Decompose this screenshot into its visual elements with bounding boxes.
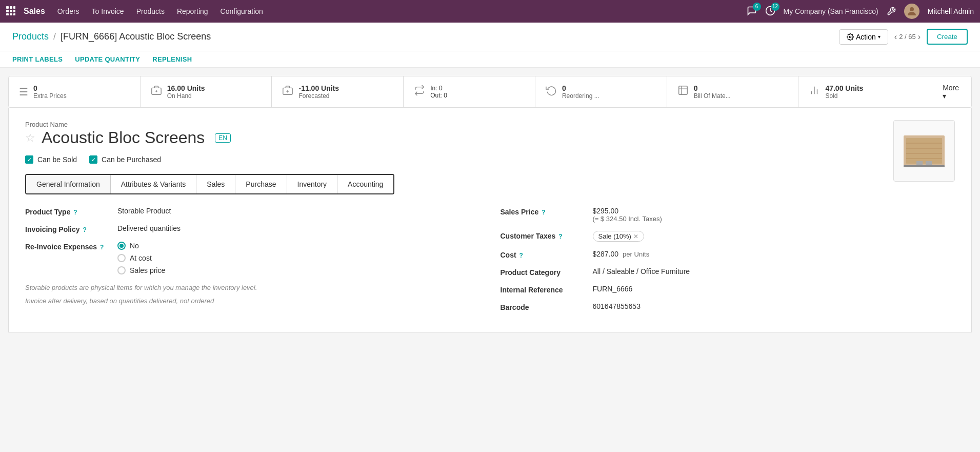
sales-price-help[interactable]: ?: [542, 209, 545, 216]
product-type-help[interactable]: ?: [73, 209, 77, 216]
description-text-2: Invoice after delivery, based on quantit…: [25, 296, 480, 306]
sold-text: 47.00 Units Sold: [825, 84, 863, 100]
tab-sales[interactable]: Sales: [196, 175, 235, 193]
svg-rect-4: [10, 10, 12, 12]
tabs-container: General Information Attributes & Variant…: [25, 174, 394, 194]
breadcrumb-bar: Products / [FURN_6666] Acoustic Bloc Scr…: [0, 23, 980, 51]
stat-on-hand[interactable]: 16.00 Units On Hand: [141, 76, 272, 107]
tax-badge[interactable]: Sale (10%) ✕: [593, 231, 644, 242]
svg-rect-0: [6, 6, 9, 9]
update-quantity-link[interactable]: UPDATE QUANTITY: [75, 55, 140, 63]
replenish-link[interactable]: REPLENISH: [152, 55, 192, 63]
on-hand-icon: [151, 85, 162, 99]
forecasted-label: Forecasted: [298, 92, 339, 100]
user-avatar[interactable]: [904, 4, 919, 19]
reinvoice-at-cost[interactable]: At cost: [117, 254, 165, 262]
cost-help[interactable]: ?: [519, 252, 523, 259]
product-image-container: [893, 120, 955, 182]
language-badge[interactable]: EN: [215, 133, 231, 143]
reinvoice-no[interactable]: No: [117, 242, 165, 250]
stat-reordering[interactable]: 0 Reordering ...: [535, 76, 667, 107]
invoicing-policy-label: Invoicing Policy ?: [25, 224, 117, 233]
cost-value[interactable]: $287.00: [593, 250, 619, 258]
sales-price-value[interactable]: $295.00: [593, 207, 662, 215]
reinvoice-at-cost-label: At cost: [130, 254, 152, 262]
top-right-section: 6 12 My Company (San Francisco) Mitchell…: [747, 4, 974, 19]
invoicing-policy-value[interactable]: Delivered quantities: [117, 224, 181, 232]
barcode-label: Barcode: [501, 302, 593, 311]
action-links: PRINT LABELS UPDATE QUANTITY REPLENISH: [0, 51, 980, 68]
tab-attributes[interactable]: Attributes & Variants: [111, 175, 197, 193]
forecasted-value: -11.00 Units: [298, 84, 339, 92]
activity-icon[interactable]: 12: [765, 6, 775, 17]
print-labels-link[interactable]: PRINT LABELS: [12, 55, 63, 63]
tab-purchase[interactable]: Purchase: [235, 175, 287, 193]
out-value: Out: 0: [430, 92, 447, 99]
form-body: Product Type ? Storable Product Invoicin…: [25, 207, 955, 320]
tab-inventory[interactable]: Inventory: [287, 175, 338, 193]
internal-ref-value[interactable]: FURN_6666: [593, 285, 633, 293]
can-be-sold-checkbox[interactable]: Can be Sold: [25, 155, 77, 164]
customer-taxes-help[interactable]: ?: [558, 233, 562, 240]
svg-rect-8: [13, 13, 15, 15]
product-image[interactable]: [893, 120, 955, 182]
tab-accounting[interactable]: Accounting: [337, 175, 393, 193]
gear-icon: [847, 33, 854, 41]
reinvoice-no-label: No: [130, 242, 139, 250]
app-name[interactable]: Sales: [24, 7, 45, 16]
prev-button[interactable]: ‹: [894, 32, 897, 42]
on-hand-text: 16.00 Units On Hand: [167, 84, 205, 100]
stat-sold[interactable]: 47.00 Units Sold: [798, 76, 930, 107]
stat-bom[interactable]: 0 Bill Of Mate...: [667, 76, 799, 107]
tools-icon[interactable]: [887, 7, 896, 16]
breadcrumb-separator: /: [53, 31, 56, 42]
extra-prices-icon: ☰: [19, 86, 28, 98]
tax-remove-icon[interactable]: ✕: [633, 233, 638, 240]
customer-taxes-row: Customer Taxes ? Sale (10%) ✕: [501, 231, 955, 242]
favorite-icon[interactable]: ☆: [25, 131, 35, 145]
grid-icon[interactable]: [6, 6, 15, 17]
form-left: Product Type ? Storable Product Invoicin…: [25, 207, 480, 320]
nav-reporting[interactable]: Reporting: [177, 7, 208, 15]
nav-orders[interactable]: Orders: [57, 7, 79, 15]
stat-extra-prices[interactable]: ☰ 0 Extra Prices: [9, 76, 141, 107]
svg-rect-1: [10, 6, 12, 9]
can-be-purchased-label: Can be Purchased: [102, 155, 161, 164]
nav-items: Orders To Invoice Products Reporting Con…: [57, 7, 747, 15]
stat-in-out[interactable]: In: 0 Out: 0: [404, 76, 535, 107]
tab-general[interactable]: General Information: [26, 175, 111, 193]
svg-rect-2: [13, 6, 15, 9]
top-navigation: Sales Orders To Invoice Products Reporti…: [0, 0, 980, 23]
action-button[interactable]: Action ▾: [839, 29, 888, 45]
product-category-value[interactable]: All / Saleable / Office Furniture: [593, 267, 690, 276]
nav-configuration[interactable]: Configuration: [221, 7, 263, 15]
reordering-icon: [546, 85, 557, 99]
svg-rect-5: [13, 10, 15, 12]
reinvoice-help[interactable]: ?: [100, 244, 104, 251]
nav-to-invoice[interactable]: To Invoice: [92, 7, 124, 15]
internal-ref-row: Internal Reference FURN_6666: [501, 285, 955, 294]
next-button[interactable]: ›: [918, 32, 921, 42]
create-button[interactable]: Create: [927, 29, 968, 45]
radio-at-cost-dot: [117, 254, 126, 262]
page-indicator: 2 / 65: [899, 33, 916, 41]
invoicing-policy-help[interactable]: ?: [83, 226, 86, 233]
company-name[interactable]: My Company (San Francisco): [784, 7, 878, 15]
description-text: Storable products are physical items for…: [25, 283, 480, 293]
user-name[interactable]: Mitchell Admin: [928, 7, 974, 15]
breadcrumb-parent[interactable]: Products: [12, 31, 49, 42]
product-name-label: Product Name: [25, 121, 68, 128]
chat-icon[interactable]: 6: [747, 6, 757, 17]
product-type-value[interactable]: Storable Product: [117, 207, 171, 215]
can-be-purchased-checkbox[interactable]: Can be Purchased: [89, 155, 161, 164]
barcode-value[interactable]: 601647855653: [593, 302, 641, 310]
reinvoice-sales-price[interactable]: Sales price: [117, 266, 165, 274]
nav-products[interactable]: Products: [136, 7, 165, 15]
sold-icon: [809, 85, 820, 99]
product-image-svg: [898, 125, 950, 176]
extra-prices-value: 0: [33, 84, 67, 92]
stat-forecasted[interactable]: -11.00 Units Forecasted: [272, 76, 404, 107]
customer-taxes-label: Customer Taxes ?: [501, 231, 593, 240]
stat-more[interactable]: More ▾: [930, 76, 971, 107]
checkboxes-row: Can be Sold Can be Purchased: [25, 155, 955, 164]
